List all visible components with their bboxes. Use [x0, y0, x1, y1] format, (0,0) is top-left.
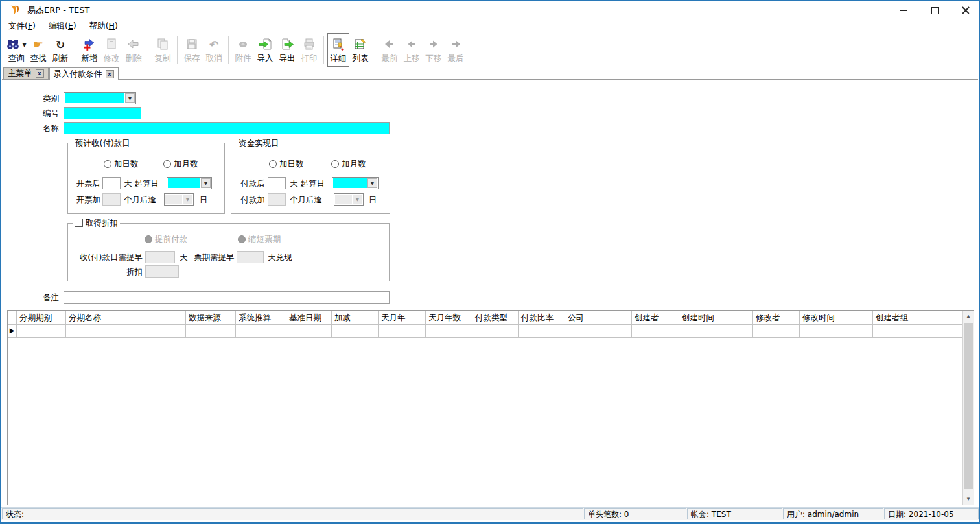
grid-cell[interactable]: [565, 325, 632, 338]
expected-add-months-radio[interactable]: [163, 160, 171, 168]
discount-group-title: 取得折扣: [86, 218, 118, 228]
toolbar-button-delete: 删除: [122, 33, 145, 67]
grid-column-header[interactable]: 公司: [565, 311, 632, 325]
expected-after-label: 开票后: [73, 177, 100, 190]
tab-close-icon[interactable]: x: [36, 69, 44, 78]
scroll-up-icon[interactable]: ▴: [963, 311, 974, 322]
minimize-button[interactable]: [896, 3, 911, 18]
grid-cell[interactable]: [679, 325, 753, 338]
toolbar-button-find[interactable]: ☛查找: [27, 33, 49, 67]
menu-item-f[interactable]: 文件(F): [8, 21, 36, 32]
days-cash-label: 天兑现: [268, 251, 292, 264]
grid-column-header[interactable]: 修改者: [753, 311, 800, 325]
scrollbar-thumb[interactable]: [964, 323, 973, 489]
expected-base-date-select[interactable]: ▼: [167, 177, 212, 189]
tab-payment-terms[interactable]: 录入付款条件x: [49, 67, 119, 80]
grid-cell[interactable]: [186, 325, 236, 338]
grid-column-header[interactable]: 创建者: [632, 311, 679, 325]
toolbar-button-movedown: 下移: [423, 33, 445, 67]
toolbar-button-add[interactable]: 新增: [78, 33, 100, 67]
grid-cell[interactable]: [236, 325, 286, 338]
grid-column-header[interactable]: 付款类型: [472, 311, 519, 325]
realized-days-basedate-label: 天 起算日: [290, 177, 325, 190]
expected-after-days-input[interactable]: [102, 177, 121, 189]
grid-cell[interactable]: [800, 325, 873, 338]
discount-group: 取得折扣 提前付款 缩短票期 收(付)款日需提早 天 票期需提早 天兑现 折扣: [67, 223, 390, 281]
category-select[interactable]: ▼: [64, 92, 136, 104]
grid-cell[interactable]: [873, 325, 918, 338]
grid-cell[interactable]: [286, 325, 332, 338]
grid-column-header[interactable]: 数据来源: [186, 311, 236, 325]
menu-item-e[interactable]: 编辑(E): [49, 21, 76, 32]
toolbar-separator: [375, 36, 375, 64]
import-icon: [258, 37, 272, 53]
toolbar-button-label: 保存: [184, 53, 200, 63]
grid-column-header[interactable]: 系统推算: [236, 311, 286, 325]
realized-base-date-select[interactable]: ▼: [332, 177, 379, 189]
grid-column-header[interactable]: 天月年: [379, 311, 426, 325]
menu-item-h[interactable]: 帮助(H): [89, 21, 118, 32]
grid-column-header[interactable]: 创建时间: [679, 311, 753, 325]
code-input[interactable]: [64, 107, 141, 119]
grid-column-header[interactable]: 分期名称: [66, 311, 186, 325]
grid-column-header[interactable]: 基准日期: [286, 311, 332, 325]
dropdown-caret-icon[interactable]: ▼: [22, 42, 26, 48]
grid-cell[interactable]: [66, 325, 186, 338]
grid-column-header[interactable]: 付款比率: [519, 311, 565, 325]
chevron-down-icon: ▼: [183, 195, 192, 204]
grid-cell[interactable]: [753, 325, 800, 338]
chevron-down-icon[interactable]: ▼: [201, 178, 211, 188]
grid-selector-header: [8, 311, 17, 325]
grid-cell[interactable]: [332, 325, 379, 338]
tab-label: 录入付款条件: [54, 69, 102, 80]
discount-checkbox[interactable]: [75, 219, 83, 227]
grid-column-header[interactable]: 加减: [332, 311, 379, 325]
toolbar-button-list[interactable]: 列表: [349, 33, 371, 67]
maximize-button[interactable]: [928, 3, 942, 18]
toolbar-button-label: 查找: [30, 53, 47, 63]
export-icon: [280, 37, 294, 53]
expected-days-basedate-label: 天 起算日: [124, 177, 159, 190]
vertical-scrollbar[interactable]: ▴ ▾: [962, 311, 974, 505]
copy-icon: [156, 37, 170, 53]
grid-column-header[interactable]: 天月年数: [426, 311, 472, 325]
list-view-icon: [353, 37, 368, 53]
toolbar-button-modify: 修改: [100, 33, 122, 67]
scroll-down-icon[interactable]: ▾: [963, 494, 974, 505]
grid-cell[interactable]: [472, 325, 519, 338]
delete-arrow-icon: [126, 37, 141, 53]
tab-close-icon[interactable]: x: [106, 70, 114, 78]
tab-main-menu[interactable]: 主菜单x: [3, 67, 49, 79]
chevron-down-icon[interactable]: ▼: [125, 93, 135, 103]
arrow-next-icon: [426, 37, 441, 53]
early-days-input: [145, 251, 175, 263]
early-days-unit-label: 天: [180, 251, 188, 264]
grid-cell[interactable]: [17, 325, 66, 338]
close-button[interactable]: [959, 3, 973, 18]
grid-cell[interactable]: [519, 325, 565, 338]
grid-cell[interactable]: [379, 325, 426, 338]
toolbar-button-export[interactable]: 导出: [276, 33, 298, 67]
toolbar-button-refresh[interactable]: ↻刷新: [49, 33, 71, 67]
grid-column-header[interactable]: 修改时间: [800, 311, 873, 325]
name-input[interactable]: [64, 122, 390, 134]
tab-bar: 主菜单x录入付款条件x: [2, 67, 978, 80]
chevron-down-icon: ▼: [353, 195, 362, 204]
toolbar-button-query[interactable]: ▼查询: [5, 33, 27, 67]
chevron-down-icon[interactable]: ▼: [368, 178, 377, 188]
realized-add-days-radio[interactable]: [269, 160, 277, 168]
realized-add-months-radio[interactable]: [331, 160, 339, 168]
toolbar-button-import[interactable]: 导入: [254, 33, 276, 67]
realized-after-days-input[interactable]: [268, 177, 286, 189]
grid-cell[interactable]: [632, 325, 679, 338]
grid-column-header[interactable]: 分期期别: [17, 311, 66, 325]
toolbar-button-last: 最后: [445, 33, 467, 67]
expected-add-label: 开票加: [73, 193, 100, 206]
toolbar-button-detail[interactable]: 详细: [327, 33, 349, 67]
grid-column-header[interactable]: 创建者组: [873, 311, 918, 325]
remark-input[interactable]: [64, 291, 390, 304]
attachment-icon: [236, 37, 250, 53]
grid-cell[interactable]: [426, 325, 472, 338]
expected-add-days-radio[interactable]: [104, 160, 111, 168]
detail-grid: 分期期别分期名称数据来源系统推算基准日期加减天月年天月年数付款类型付款比率公司创…: [7, 310, 974, 505]
